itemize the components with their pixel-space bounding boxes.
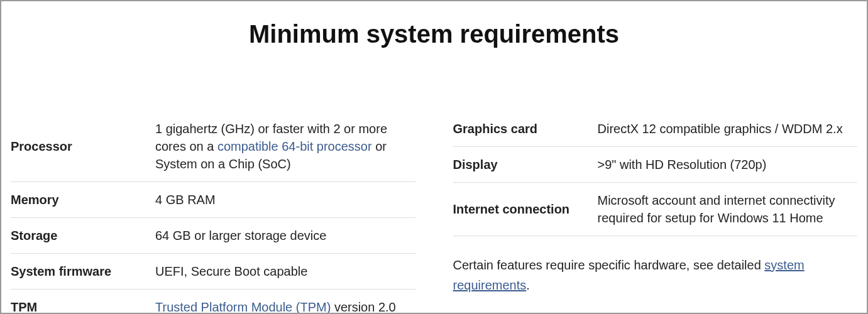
row-storage: Storage 64 GB or larger storage device	[11, 218, 415, 254]
right-column: Graphics card DirectX 12 compatible grap…	[453, 111, 858, 314]
row-internet: Internet connection Microsoft account an…	[453, 183, 858, 236]
label-firmware: System firmware	[11, 263, 155, 280]
row-graphics: Graphics card DirectX 12 compatible grap…	[453, 111, 858, 147]
value-display: >9" with HD Resolution (720p)	[598, 156, 858, 173]
page-title: Minimum system requirements	[11, 20, 857, 48]
label-processor: Processor	[11, 138, 155, 155]
value-storage: 64 GB or larger storage device	[155, 227, 415, 244]
left-column: Processor 1 gigahertz (GHz) or faster wi…	[11, 111, 415, 314]
label-internet: Internet connection	[453, 200, 598, 218]
value-memory: 4 GB RAM	[155, 191, 415, 208]
tpm-link[interactable]: Trusted Platform Module (TPM)	[155, 300, 331, 314]
row-display: Display >9" with HD Resolution (720p)	[453, 147, 858, 183]
value-tpm: Trusted Platform Module (TPM) version 2.…	[155, 298, 415, 314]
footnote-before: Certain features require specific hardwa…	[453, 258, 765, 272]
label-storage: Storage	[11, 227, 155, 244]
value-internet: Microsoft account and internet connectiv…	[598, 192, 858, 227]
label-memory: Memory	[11, 191, 155, 208]
tpm-text-after: version 2.0	[331, 300, 395, 314]
value-graphics: DirectX 12 compatible graphics / WDDM 2.…	[598, 120, 858, 138]
value-firmware: UEFI, Secure Boot capable	[155, 263, 415, 280]
row-processor: Processor 1 gigahertz (GHz) or faster wi…	[11, 111, 415, 182]
spec-columns: Processor 1 gigahertz (GHz) or faster wi…	[11, 111, 857, 314]
label-display: Display	[453, 156, 598, 173]
footnote-after: .	[526, 278, 530, 292]
row-memory: Memory 4 GB RAM	[11, 182, 415, 218]
label-tpm: TPM	[11, 298, 155, 314]
footnote: Certain features require specific hardwa…	[453, 236, 858, 295]
row-firmware: System firmware UEFI, Secure Boot capabl…	[11, 254, 415, 290]
label-graphics: Graphics card	[453, 120, 598, 138]
row-tpm: TPM Trusted Platform Module (TPM) versio…	[11, 290, 415, 314]
value-processor: 1 gigahertz (GHz) or faster with 2 or mo…	[155, 120, 415, 173]
processor-link[interactable]: compatible 64-bit processor	[217, 139, 372, 153]
